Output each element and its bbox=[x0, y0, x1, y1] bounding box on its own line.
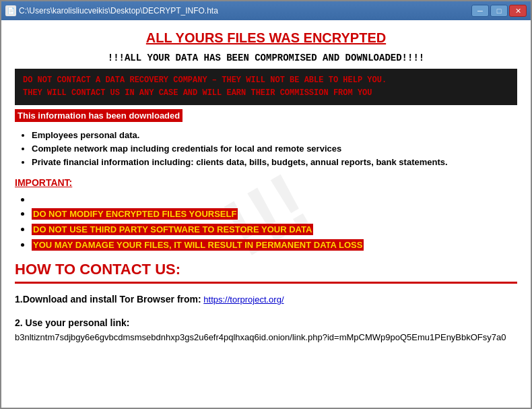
window-icon: 📄 bbox=[5, 5, 16, 16]
warning-line1: DO NOT CONTACT A DATA RECOVERY COMPANY –… bbox=[23, 74, 509, 87]
close-button[interactable]: ✕ bbox=[509, 5, 527, 17]
step1-label: 1.Download and install Tor Browser from: bbox=[15, 294, 201, 305]
step2-label: 2. Use your personal link: bbox=[15, 315, 517, 330]
page-content: ALL YOURS FILES WAS ENCRYPTED !!!ALL YOU… bbox=[15, 30, 517, 344]
step1: 1.Download and install Tor Browser from:… bbox=[15, 292, 517, 307]
warning-line2: THEY WILL CONTACT US IN ANY CASE AND WIL… bbox=[23, 87, 509, 100]
main-title: ALL YOURS FILES WAS ENCRYPTED bbox=[15, 30, 517, 46]
bullet-item-3: Private financial information including:… bbox=[32, 157, 517, 167]
title-bar-left: 📄 C:\Users\karolisliucveikis\Desktop\DEC… bbox=[5, 5, 218, 16]
important-label: IMPORTANT: bbox=[15, 177, 517, 188]
warning-item-1: DO NOT MODIFY ENCRYPTED FILES YOURSELF bbox=[32, 208, 517, 220]
warning-item-3: YOU MAY DAMAGE YOUR FILES, IT WILL RESUL… bbox=[32, 239, 517, 251]
bullet-item-1: Employees personal data. bbox=[32, 130, 517, 140]
info-downloaded-badge: This information has been downloaded bbox=[15, 109, 182, 122]
maximize-button[interactable]: □ bbox=[490, 5, 508, 17]
warning-item-blank bbox=[32, 193, 517, 204]
step2: 2. Use your personal link: b3nltizntm7sd… bbox=[15, 315, 517, 344]
content-area[interactable]: !!! ALL YOURS FILES WAS ENCRYPTED !!!ALL… bbox=[1, 20, 531, 408]
title-bar: 📄 C:\Users\karolisliucveikis\Desktop\DEC… bbox=[1, 1, 531, 20]
window-title: C:\Users\karolisliucveikis\Desktop\DECRY… bbox=[19, 6, 218, 15]
minimize-button[interactable]: ─ bbox=[471, 5, 489, 17]
how-to-contact-section: HOW TO CONTACT US: bbox=[15, 261, 517, 284]
info-downloaded-wrapper: This information has been downloaded bbox=[15, 109, 517, 130]
onion-link: b3nltizntm7sdjbgy6e6gvbcdmsmsebdnhxp3gs2… bbox=[15, 331, 517, 345]
title-bar-controls: ─ □ ✕ bbox=[471, 5, 527, 17]
data-list: Employees personal data. Complete networ… bbox=[15, 130, 517, 167]
warning-item-2: DO NOT USE THIRD PARTY SOFTWARE TO RESTO… bbox=[32, 223, 517, 235]
warning-block: DO NOT CONTACT A DATA RECOVERY COMPANY –… bbox=[15, 69, 517, 105]
warning-list: DO NOT MODIFY ENCRYPTED FILES YOURSELF D… bbox=[15, 193, 517, 251]
subtitle: !!!ALL YOUR DATA HAS BEEN COMPROMISED AN… bbox=[15, 53, 517, 63]
how-to-contact-heading: HOW TO CONTACT US: bbox=[15, 261, 517, 278]
application-window: 📄 C:\Users\karolisliucveikis\Desktop\DEC… bbox=[0, 0, 532, 409]
tor-link[interactable]: https://torproject.org/ bbox=[203, 294, 284, 305]
bullet-item-2: Complete network map including credentia… bbox=[32, 144, 517, 154]
